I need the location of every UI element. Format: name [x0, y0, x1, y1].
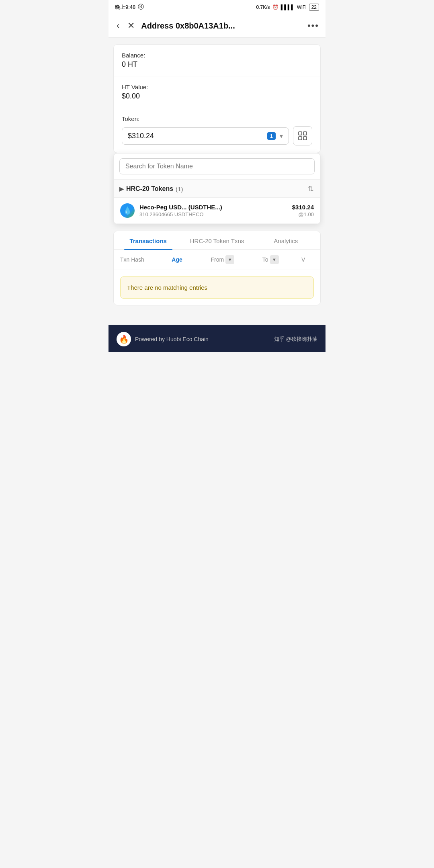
token-item-rate: @1.00: [292, 211, 314, 217]
token-selector-row: $310.24 1 ▾: [122, 126, 312, 145]
col-to: To ▼: [262, 255, 300, 264]
no-entries-message: There are no matching entries: [120, 276, 314, 299]
footer-text: Powered by Huobi Eco Chain: [135, 336, 209, 342]
col-v: V: [301, 256, 314, 263]
ht-value-row: HT Value: $0.00: [114, 76, 320, 108]
col-txn-hash: Txn Hash: [120, 256, 170, 263]
expand-icon: [298, 131, 307, 140]
token-list-item[interactable]: 💧 Heco-Peg USD... (USDTHE...) 310.236046…: [114, 198, 320, 224]
expand-button[interactable]: [293, 126, 312, 145]
tab-analytics[interactable]: Analytics: [252, 231, 320, 249]
svg-rect-0: [299, 132, 302, 135]
ht-value-value: $0.00: [122, 92, 312, 100]
more-menu-button[interactable]: •••: [307, 20, 319, 31]
token-amount: $310.24: [128, 132, 263, 140]
svg-rect-1: [303, 132, 307, 135]
token-search-dropdown: ⋮ ▶ HRC-20 Tokens (1) ⇅ 💧 Heco-Peg USD..…: [113, 153, 321, 224]
token-search-input[interactable]: [119, 158, 315, 174]
token-item-usd: $310.24: [292, 204, 314, 211]
token-item-name: Heco-Peg USD... (USDTHE...): [139, 204, 287, 211]
token-group-header[interactable]: ▶ HRC-20 Tokens (1) ⇅: [114, 180, 320, 198]
tabs-section: Transactions HRC-20 Token Txns Analytics…: [113, 231, 321, 305]
token-section: Token: $310.24 1 ▾: [114, 108, 320, 153]
page-title: Address 0x8b0A13A1b...: [141, 21, 303, 31]
table-header: Txn Hash Age From ▼ To ▼ V: [114, 250, 320, 270]
svg-rect-3: [303, 137, 307, 140]
status-speed: 0.7K/s: [256, 4, 270, 10]
close-button[interactable]: ✕: [126, 19, 136, 33]
token-group-count: (1): [176, 186, 183, 192]
svg-rect-2: [299, 137, 302, 140]
footer: 🔥 Powered by Huobi Eco Chain 知乎 @砍挨嗨扑油: [108, 325, 326, 352]
dropdown-arrow-icon: ▾: [280, 132, 283, 140]
footer-credit: 知乎 @砍挨嗨扑油: [274, 336, 317, 343]
token-item-qty: 310.23604665 USDTHECO: [139, 211, 287, 217]
sort-icon: ⇅: [308, 184, 314, 193]
tab-hrc20-token-txns[interactable]: HRC-20 Token Txns: [182, 231, 251, 249]
token-dropdown[interactable]: $310.24 1 ▾: [122, 127, 289, 145]
tabs-header: Transactions HRC-20 Token Txns Analytics: [114, 231, 320, 250]
footer-logo: 🔥 Powered by Huobi Eco Chain: [117, 332, 209, 346]
col-from: From ▼: [211, 255, 260, 264]
status-left: 晚上9:48 Ⓚ: [115, 3, 144, 11]
status-signal-icon: ▌▌▌▌: [281, 4, 295, 10]
status-right: 0.7K/s ⏰ ▌▌▌▌ WiFi 22: [256, 4, 319, 11]
token-group-title: ▶ HRC-20 Tokens (1): [119, 185, 183, 192]
ht-value-label: HT Value:: [122, 84, 312, 90]
from-filter-icon[interactable]: ▼: [225, 255, 234, 264]
token-group-arrow-icon: ▶: [119, 186, 124, 192]
status-time: 晚上9:48: [115, 4, 135, 11]
col-age: Age: [172, 256, 209, 263]
footer-logo-icon: 🔥: [117, 332, 131, 346]
status-bar: 晚上9:48 Ⓚ 0.7K/s ⏰ ▌▌▌▌ WiFi 22: [108, 0, 326, 14]
to-filter-icon[interactable]: ▼: [270, 255, 279, 264]
token-price-col: $310.24 @1.00: [292, 204, 314, 217]
balance-row: Balance: 0 HT: [114, 45, 320, 76]
token-badge: 1: [267, 132, 276, 140]
balance-value: 0 HT: [122, 60, 312, 69]
main-card: Balance: 0 HT HT Value: $0.00 Token: $31…: [113, 44, 321, 153]
token-group-name: HRC-20 Tokens: [126, 185, 173, 192]
token-details: Heco-Peg USD... (USDTHE...) 310.23604665…: [139, 204, 287, 217]
status-k-icon: Ⓚ: [138, 3, 144, 11]
tab-transactions[interactable]: Transactions: [114, 231, 182, 249]
back-button[interactable]: ‹: [115, 19, 121, 33]
status-wifi-icon: WiFi: [297, 4, 307, 10]
status-battery: 22: [309, 4, 319, 11]
balance-label: Balance:: [122, 52, 312, 59]
status-alarm-icon: ⏰: [272, 4, 278, 10]
token-logo-icon: 💧: [120, 203, 135, 218]
spacer: [108, 305, 326, 318]
token-label: Token:: [122, 115, 312, 122]
search-box: [114, 154, 320, 180]
page-header: ‹ ✕ Address 0x8b0A13A1b... •••: [108, 14, 326, 38]
